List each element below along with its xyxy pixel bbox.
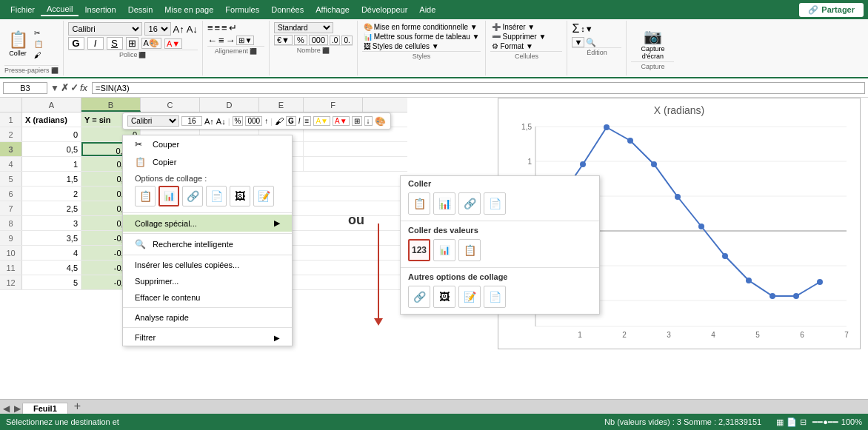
col-header-f[interactable]: F xyxy=(304,98,363,112)
align-left-btn[interactable]: ← xyxy=(207,35,217,46)
insert-cells-btn[interactable]: ➕Insérer ▼ xyxy=(490,22,562,32)
cell-a2[interactable]: 0 xyxy=(22,127,81,141)
cell-reference-input[interactable] xyxy=(3,82,47,94)
paste-icon-1[interactable]: 📋 xyxy=(135,186,156,206)
ps-paste-format-btn[interactable]: 🔗 xyxy=(458,192,481,215)
menu-fichier[interactable]: Fichier xyxy=(4,4,41,16)
cell-f3[interactable] xyxy=(304,142,363,156)
table-format-btn[interactable]: 📊Mettre sous forme de tableau ▼ xyxy=(362,32,481,41)
menu-insertion[interactable]: Insertion xyxy=(79,4,121,16)
ps-val-format-btn[interactable]: 📊 xyxy=(433,239,455,261)
align-right-btn[interactable]: → xyxy=(225,35,235,46)
normal-view-btn[interactable]: ▦ xyxy=(776,417,784,427)
bold-btn[interactable]: G xyxy=(68,37,84,50)
menu-developpeur[interactable]: Développeur xyxy=(355,4,413,16)
menu-donnees[interactable]: Données xyxy=(265,4,310,16)
thousands-btn[interactable]: 000 xyxy=(309,35,328,45)
underline-btn[interactable]: S xyxy=(107,37,123,50)
align-center-btn[interactable]: ≡ xyxy=(218,35,224,46)
cell-styles-btn[interactable]: 🖼Styles de cellules ▼ xyxy=(362,41,481,51)
paste-icon-3[interactable]: 🔗 xyxy=(182,186,203,206)
sum-btn[interactable]: Σ xyxy=(572,22,579,36)
mini-fill-btn[interactable]: A▼ xyxy=(313,116,330,126)
menu-formules[interactable]: Formules xyxy=(219,4,265,16)
coller-btn[interactable]: 📋 Coller xyxy=(4,29,31,58)
merge-btn[interactable]: ⊞▼ xyxy=(236,36,254,45)
align-top-btn[interactable]: ≡ xyxy=(207,22,213,33)
couper-btn[interactable]: ✂ xyxy=(33,28,44,38)
format-btn[interactable]: ⚙Format ▼ xyxy=(490,41,562,51)
mini-font-selector[interactable]: Calibri xyxy=(127,115,179,127)
mini-format-btn[interactable]: 🎨 xyxy=(375,116,386,127)
fill-color-btn[interactable]: A🎨 xyxy=(141,38,161,49)
mini-000-btn[interactable]: 000 xyxy=(245,116,262,126)
ctx-recherche[interactable]: 🔍 Recherche intelligente xyxy=(123,235,292,253)
menu-affichage[interactable]: Affichage xyxy=(310,4,355,16)
cell-a12[interactable]: 5 xyxy=(22,275,81,289)
ctx-analyse[interactable]: Analyse rapide xyxy=(123,309,292,326)
sheet-next-btn[interactable]: ▶ xyxy=(13,403,22,414)
mini-inc-font[interactable]: A↑ xyxy=(204,117,214,126)
cell-a9[interactable]: 3,5 xyxy=(22,231,81,245)
ctx-copier[interactable]: 📋 Copier xyxy=(123,153,292,171)
currency-btn[interactable]: €▼ xyxy=(274,35,293,45)
menu-mise-en-page[interactable]: Mise en page xyxy=(158,4,219,16)
col-header-d[interactable]: D xyxy=(200,98,259,112)
sort-btn[interactable]: ↕▼ xyxy=(581,24,592,33)
cell-f4[interactable] xyxy=(304,157,363,171)
share-button[interactable]: 🔗 Partager xyxy=(799,3,864,17)
zoom-slider[interactable]: ━━●━━ xyxy=(812,417,838,427)
decrease-font-btn[interactable]: A↓ xyxy=(187,24,198,35)
search-btn[interactable]: 🔍 xyxy=(586,38,596,47)
col-header-c[interactable]: C xyxy=(141,98,200,112)
mini-align-btn[interactable]: ≡ xyxy=(303,116,312,126)
mini-percent-btn[interactable]: % xyxy=(233,116,244,126)
font-size-selector[interactable]: 16 xyxy=(144,22,171,36)
number-format-selector[interactable]: Standard xyxy=(274,22,333,33)
align-mid-btn[interactable]: ≡ xyxy=(214,22,220,33)
delete-cells-btn[interactable]: ➖Supprimer ▼ xyxy=(490,32,562,41)
mini-font-color-btn[interactable]: A▼ xyxy=(333,116,350,126)
mini-brush-btn[interactable]: 🖌 xyxy=(275,116,284,127)
increase-font-btn[interactable]: A↑ xyxy=(173,24,184,35)
reproduire-btn[interactable]: 🖌 xyxy=(33,50,44,60)
cell-a3[interactable]: 0,5 xyxy=(22,142,81,156)
italic-btn[interactable]: I xyxy=(87,37,104,50)
ctx-couper[interactable]: ✂ Couper xyxy=(123,135,292,153)
cell-a11[interactable]: 4,5 xyxy=(22,261,81,275)
wrap-btn[interactable]: ↵ xyxy=(229,22,237,33)
paste-icon-4[interactable]: 📄 xyxy=(206,186,227,206)
ps-paste-all-btn[interactable]: 📋 xyxy=(408,192,430,215)
confirm-formula-icon[interactable]: ✓ xyxy=(70,82,79,93)
font-color-btn[interactable]: A▼ xyxy=(164,38,182,49)
dec-decrease-btn[interactable]: 0. xyxy=(341,36,352,45)
cancel-formula-icon[interactable]: ✗ xyxy=(61,82,69,93)
cell-a8[interactable]: 3 xyxy=(22,216,81,230)
ctx-filtrer[interactable]: Filtrer▶ xyxy=(123,329,292,346)
ps-paste-nob-btn[interactable]: 📄 xyxy=(484,192,506,215)
menu-accueil[interactable]: Accueil xyxy=(41,3,79,16)
ctx-collage-special[interactable]: Collage spécial... ▶ xyxy=(123,215,292,232)
add-sheet-btn[interactable]: + xyxy=(68,399,87,414)
copier-btn[interactable]: 📋 xyxy=(33,39,44,49)
align-bot-btn[interactable]: ≡ xyxy=(221,22,227,33)
ps-other-3-btn[interactable]: 📝 xyxy=(458,286,481,308)
cell-a4[interactable]: 1 xyxy=(22,157,81,171)
col-header-e[interactable]: E xyxy=(259,98,304,112)
cell-a10[interactable]: 4 xyxy=(22,246,81,260)
cell-a1[interactable]: X (radians) xyxy=(22,112,81,127)
col-header-a[interactable]: A xyxy=(22,98,81,112)
paste-icon-5[interactable]: 🖼 xyxy=(230,186,250,206)
ctx-inserer[interactable]: Insérer les cellules copiées... xyxy=(123,257,292,273)
paste-icon-6[interactable]: 📝 xyxy=(253,186,274,206)
mini-italic-btn[interactable]: I xyxy=(298,117,301,125)
ps-val-col-btn[interactable]: 📋 xyxy=(458,239,481,261)
paste-icon-2[interactable]: 📊 xyxy=(158,186,179,206)
cell-a7[interactable]: 2,5 xyxy=(22,201,81,215)
mini-dec-btn2[interactable]: ↓ xyxy=(364,116,373,126)
menu-dessin[interactable]: Dessin xyxy=(122,4,159,16)
sheet-tab-feuil1[interactable]: Feuil1 xyxy=(22,403,68,414)
page-layout-btn[interactable]: 📄 xyxy=(787,417,797,427)
font-selector[interactable]: Calibri xyxy=(68,22,142,36)
percent-btn[interactable]: % xyxy=(294,35,307,45)
